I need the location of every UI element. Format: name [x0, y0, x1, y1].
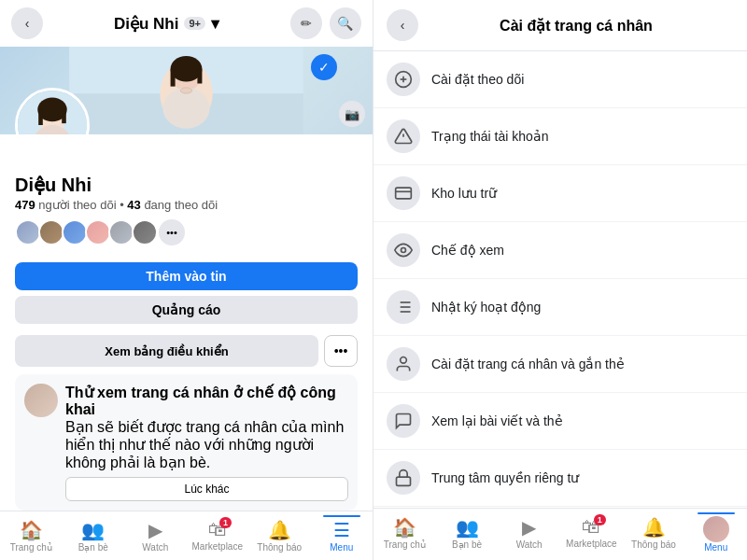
- nav-notifications-label: Thông báo: [257, 542, 302, 553]
- friend-avatar: [108, 219, 134, 245]
- right-nav-notifications-label: Thông báo: [631, 539, 676, 550]
- preview-avatar: [24, 384, 58, 417]
- nav-home-label: Trang chủ: [10, 542, 52, 553]
- right-nav-friends-label: Bạn bè: [452, 539, 482, 550]
- svg-rect-13: [62, 109, 66, 123]
- notifications-icon: 🔔: [268, 519, 291, 541]
- preview-content: Thử xem trang cá nhân ở chế độ công khai…: [65, 384, 348, 501]
- menu-item-storage[interactable]: Kho lưu trữ: [374, 165, 747, 222]
- menu-item-view-mode[interactable]: Chế độ xem: [374, 222, 747, 279]
- activity-log-label: Nhật ký hoạt động: [431, 300, 541, 315]
- friend-avatar: [15, 219, 41, 245]
- preview-desc: Bạn sẽ biết được trang cá nhân của mình …: [65, 418, 348, 471]
- right-back-button[interactable]: ‹: [387, 9, 418, 41]
- left-bottom-nav: 🏠 Trang chủ 👥 Bạn bè ▶ Watch 🛍 1 Marketp…: [0, 511, 373, 560]
- right-bottom-nav: 🏠 Trang chủ 👥 Bạn bè ▶ Watch 🛍 1 Marketp…: [374, 508, 747, 560]
- nav-watch-label: Watch: [142, 542, 168, 553]
- marketplace-badge: 1: [219, 517, 232, 528]
- follow-settings-icon: [387, 63, 420, 96]
- menu-item-profile-settings[interactable]: Cài đặt trang cá nhân và gắn thẻ: [374, 336, 747, 393]
- menu-icon: ☰: [333, 519, 350, 541]
- nav-home[interactable]: 🏠 Trang chủ: [0, 515, 63, 556]
- svg-rect-30: [397, 477, 411, 485]
- add-to-feed-section: Thêm vào tin Quảng cáo: [0, 262, 373, 335]
- svg-point-4: [171, 56, 203, 82]
- profile-name: Diệu Nhi: [15, 174, 358, 196]
- home-icon: 🏠: [20, 519, 43, 541]
- right-nav-home[interactable]: 🏠 Trang chủ: [374, 512, 436, 556]
- right-nav-friends[interactable]: 👥 Bạn bè: [436, 512, 499, 556]
- activity-log-icon: [387, 290, 420, 324]
- right-friends-icon: 👥: [456, 516, 479, 539]
- friend-avatar: [38, 219, 64, 245]
- right-marketplace-badge: 1: [594, 514, 606, 525]
- settings-menu-list: Cài đặt theo dõi Trạng thái tài khoản Kh…: [374, 51, 747, 508]
- edit-button[interactable]: ✏: [290, 7, 322, 39]
- nav-menu[interactable]: ☰ Menu: [311, 515, 374, 556]
- right-nav-home-label: Trang chủ: [384, 539, 426, 550]
- header-actions: ✏ 🔍: [290, 7, 361, 39]
- nav-friends-label: Bạn bè: [78, 542, 108, 553]
- privacy-label: Trung tâm quyền riêng tư: [431, 470, 579, 485]
- right-nav-menu-label: Menu: [704, 542, 727, 553]
- svg-point-29: [401, 357, 407, 364]
- notification-badge: 9+: [184, 17, 205, 30]
- right-nav-marketplace[interactable]: 🛍 1 Marketplace: [560, 512, 623, 556]
- nav-marketplace[interactable]: 🛍 1 Marketplace: [187, 515, 249, 556]
- right-nav-notifications[interactable]: 🔔 Thông báo: [623, 512, 685, 556]
- search-button[interactable]: 🔍: [330, 7, 361, 39]
- right-panel: ‹ Cài đặt trang cá nhân Cài đặt theo dõi…: [374, 0, 747, 560]
- friends-avatars-row: •••: [15, 219, 358, 245]
- profile-stats: 479 người theo dõi • 43 đang theo dõi: [15, 198, 358, 212]
- right-nav-watch[interactable]: ▶ Watch: [498, 512, 560, 556]
- svg-rect-20: [396, 188, 412, 199]
- nav-notifications[interactable]: 🔔 Thông báo: [248, 515, 311, 556]
- menu-item-privacy[interactable]: Trung tâm quyền riêng tư: [374, 450, 747, 507]
- right-notifications-icon: 🔔: [642, 516, 666, 539]
- public-preview-box: Thử xem trang cá nhân ở chế độ công khai…: [15, 374, 358, 511]
- advertise-button[interactable]: Quảng cáo: [15, 296, 358, 324]
- cover-photo: ✓ 📷 📷: [0, 47, 373, 134]
- svg-point-7: [162, 88, 209, 129]
- right-nav-marketplace-label: Marketplace: [566, 539, 616, 549]
- view-mode-icon: [387, 233, 420, 267]
- more-options-button[interactable]: •••: [324, 335, 358, 367]
- storage-label: Kho lưu trữ: [431, 186, 497, 201]
- menu-item-activity-log[interactable]: Nhật ký hoạt động: [374, 279, 747, 336]
- menu-item-follow-settings[interactable]: Cài đặt theo dõi: [374, 51, 747, 108]
- friends-icon: 👥: [81, 519, 105, 541]
- back-button[interactable]: ‹: [11, 7, 43, 39]
- add-to-feed-button[interactable]: Thêm vào tin: [15, 262, 358, 290]
- friend-avatar: [85, 219, 111, 245]
- more-friends-button[interactable]: •••: [159, 219, 185, 245]
- right-nav-menu[interactable]: Menu: [684, 512, 747, 556]
- privacy-icon: [387, 461, 420, 495]
- view-dashboard-button[interactable]: Xem bảng điều khiển: [15, 335, 318, 367]
- friend-avatar: [62, 219, 88, 245]
- storage-icon: [387, 176, 420, 210]
- left-header: ‹ Diệu Nhi 9+ ▾ ✏ 🔍: [0, 0, 373, 47]
- settings-title: Cài đặt trang cá nhân: [418, 17, 734, 35]
- nav-menu-label: Menu: [330, 542, 353, 553]
- svg-rect-5: [171, 69, 176, 87]
- profile-settings-label: Cài đặt trang cá nhân và gắn thẻ: [431, 357, 625, 371]
- menu-item-account-status[interactable]: Trạng thái tài khoản: [374, 108, 747, 165]
- avatar-illustration: [18, 91, 87, 134]
- menu-item-review-posts[interactable]: Xem lại bài viết và thẻ: [374, 393, 747, 450]
- svg-rect-6: [197, 69, 202, 84]
- view-mode-label: Chế độ xem: [431, 243, 504, 258]
- profile-settings-icon: [387, 347, 420, 381]
- profile-header-name: Diệu Nhi: [114, 14, 179, 34]
- right-header: ‹ Cài đặt trang cá nhân: [374, 0, 747, 51]
- later-button[interactable]: Lúc khác: [65, 477, 348, 501]
- svg-rect-12: [38, 109, 43, 125]
- account-status-icon: [387, 119, 420, 153]
- review-posts-label: Xem lại bài viết và thẻ: [431, 413, 563, 428]
- profile-info: Diệu Nhi 479 người theo dõi • 43 đang th…: [0, 174, 373, 262]
- preview-title: Thử xem trang cá nhân ở chế độ công khai: [65, 384, 348, 418]
- friend-avatar: [132, 219, 158, 245]
- change-cover-button[interactable]: 📷: [339, 101, 365, 127]
- nav-watch[interactable]: ▶ Watch: [124, 515, 187, 556]
- nav-friends[interactable]: 👥 Bạn bè: [63, 515, 125, 556]
- right-watch-icon: ▶: [522, 516, 536, 539]
